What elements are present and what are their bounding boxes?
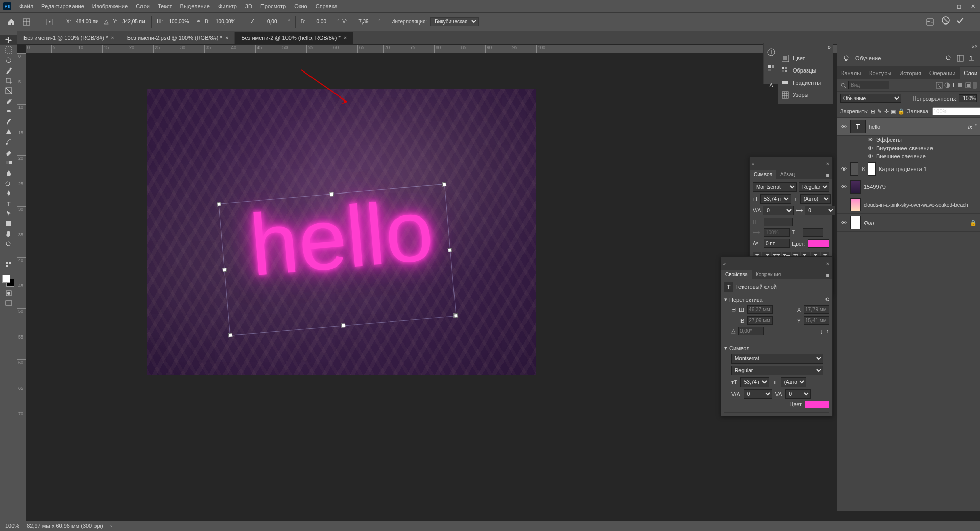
font-size-input[interactable]: 53,74 пт [760,194,791,204]
transform-handle[interactable] [228,333,233,337]
layer-search-input[interactable] [848,81,889,89]
angle-input[interactable] [259,18,285,26]
clone-tool[interactable] [0,127,17,137]
layer-hello[interactable]: 👁 T hello fx ˅ [837,118,980,136]
layer-thumb[interactable] [850,216,861,229]
transform-handle[interactable] [341,323,345,328]
persp-angle-input[interactable] [738,327,764,335]
blur-tool[interactable] [0,167,17,178]
persp-x-input[interactable] [804,305,829,314]
interp-select[interactable]: Бикубическая [430,17,479,26]
text-color-swatch[interactable] [808,239,829,248]
mask-thumb[interactable] [868,162,876,176]
tracking-input[interactable]: 0 [805,206,835,215]
menu-type[interactable]: Текст [154,1,176,11]
layer-name[interactable]: hello [869,124,965,130]
menu-file[interactable]: Файл [15,1,37,11]
layer-thumb[interactable] [850,180,861,194]
layer-background[interactable]: 👁 Фон 🔒 [837,214,980,232]
eraser-tool[interactable] [0,147,17,157]
layer-name[interactable]: Фон [864,220,967,226]
hand-tool[interactable] [0,229,17,239]
fg-color[interactable] [2,275,10,283]
persp-w-input[interactable] [747,305,773,314]
transform-icon[interactable] [20,16,33,28]
opacity-input[interactable] [959,94,977,102]
close-button[interactable]: ✕ [966,0,980,12]
collapse-icon[interactable]: « [721,261,728,268]
lock-icon[interactable]: 🔒 [898,108,905,115]
tab-layers[interactable]: Слои [960,67,980,79]
lock-pos-icon[interactable]: ✛ [884,108,889,115]
close-icon[interactable]: × [823,160,832,168]
persp-y-input[interactable] [804,316,829,325]
layer-name[interactable]: 1549979 [864,184,977,190]
workspace-icon[interactable] [957,55,964,62]
visibility-icon[interactable]: 👁 [840,165,847,173]
props-size-input[interactable]: 53,74 пт [740,377,769,387]
layer-effect-outer-glow[interactable]: 👁Внешнее свечение [837,152,980,160]
skew-h-input[interactable] [308,18,334,26]
edit-toolbar[interactable] [0,259,17,270]
persp-h-input[interactable] [747,316,773,325]
transform-handle[interactable] [217,202,221,206]
link-icon[interactable]: ⊟ [731,306,736,313]
mini-color[interactable]: Цвет [778,52,833,64]
lasso-tool[interactable] [0,55,17,65]
menu-layers[interactable]: Слои [132,1,154,11]
character-icon[interactable]: A [767,81,775,89]
move-tool[interactable] [0,35,17,45]
panel-menu-icon[interactable]: ≡ [823,271,832,279]
menu-edit[interactable]: Редактирование [37,1,88,11]
doc-tab-2[interactable]: Без имени-2.psd @ 100% (RGB/8#) *× [121,32,235,44]
layer-image-2[interactable]: clouds-in-a-pink-sky-over-wave-soaked-be… [837,196,980,214]
layer-thumb[interactable] [850,198,861,211]
triangle-icon[interactable]: △ [103,16,110,28]
tab-properties[interactable]: Свойства [721,270,752,279]
chevron-right-icon[interactable]: › [110,523,112,529]
menu-select[interactable]: Выделение [176,1,214,11]
tab-history[interactable]: История [895,67,925,79]
doc-tab-3[interactable]: Без имени-2 @ 100% (hello, RGB/8#) *× [235,32,353,44]
tab-paragraph[interactable]: Абзац [776,170,799,179]
brush-tool[interactable] [0,116,17,127]
props-style-select[interactable]: Regular [731,366,823,375]
font-style-select[interactable]: Regular [799,182,829,192]
collapse-icon[interactable]: » [828,44,831,51]
transform-handle[interactable] [453,313,458,318]
dodge-tool[interactable] [0,178,17,188]
transform-handle[interactable] [223,268,227,272]
vscale-input[interactable] [764,218,793,226]
link-icon[interactable]: ⚭ [195,16,202,28]
link-icon[interactable]: 8 [862,166,865,172]
x-input[interactable] [74,18,100,26]
visibility-icon[interactable]: 👁 [840,123,847,130]
symbol-section[interactable]: ▾ Символ [724,343,829,353]
mini-gradients[interactable]: Градиенты [778,77,833,89]
perspective-section[interactable]: ▾ Перспектива⟲ [724,295,829,304]
share-icon[interactable] [968,55,975,62]
props-color-swatch[interactable] [805,401,829,408]
transform-handle[interactable] [329,192,334,197]
visibility-icon[interactable]: 👁 [868,145,873,151]
visibility-icon[interactable]: 👁 [840,219,847,226]
h-input[interactable] [213,18,238,26]
info-icon[interactable]: i [767,48,775,56]
close-icon[interactable]: × [111,35,114,41]
quick-mask-tool[interactable] [0,288,17,298]
gradient-tool[interactable] [0,157,17,167]
search-icon[interactable] [945,55,952,62]
shape-tool[interactable] [0,219,17,229]
visibility-icon[interactable]: 👁 [868,137,873,143]
transform-bounds[interactable] [219,184,457,336]
w-input[interactable] [166,18,192,26]
doc-dimensions[interactable]: 82,97 мм x 60,96 мм (300 ppi) [27,523,103,529]
skew-v-input[interactable] [350,18,375,26]
mini-swatches[interactable]: Образцы [778,64,833,77]
props-leading-input[interactable]: (Авто) [781,377,806,387]
menu-view[interactable]: Просмотр [256,1,290,11]
wand-tool[interactable] [0,65,17,76]
close-icon[interactable]: × [975,43,978,50]
panel-menu-icon[interactable]: ≡ [823,171,832,179]
hscale2-input[interactable] [803,228,823,237]
